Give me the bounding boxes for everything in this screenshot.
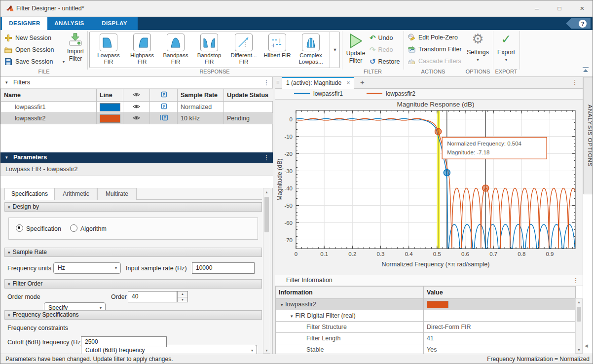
plot-tab-magnitude[interactable]: 1 (active): Magnitude × (282, 77, 354, 89)
stepper-up-icon[interactable]: ▲ (178, 291, 187, 297)
expand-icon[interactable]: ▾ (291, 314, 293, 319)
frequency-units-dropdown[interactable]: Hz▾ (53, 262, 121, 274)
frequency-specifications-section-header[interactable]: ▾Frequency Specifications (4, 310, 262, 320)
svg-text:0.5: 0.5 (433, 251, 441, 257)
stepper-down-icon[interactable]: ▼ (178, 297, 187, 303)
info-row-lowpassfir2[interactable]: ▾lowpassfir2 (276, 299, 576, 310)
settings-button[interactable]: Settings ▾ (463, 49, 493, 62)
parameters-menu-icon[interactable]: ⋮ (263, 154, 270, 161)
filter-row-lowpassfir1[interactable]: lowpassfir1 Normalized (1, 102, 273, 113)
sample-rate-section-header[interactable]: ▾Sample Rate (4, 248, 262, 257)
analysis-options-tab[interactable]: ANALYSIS OPTIONS (583, 77, 593, 194)
col-line[interactable]: Line (97, 89, 123, 102)
radio-icon[interactable] (70, 224, 77, 232)
parameters-tabbar: Specifications Arithmetic Multirate (4, 188, 262, 200)
col-information[interactable]: Information (276, 287, 424, 299)
help-icon[interactable]: ? (579, 20, 587, 28)
visibility-toggle[interactable] (123, 102, 150, 113)
bandpass-icon (167, 34, 185, 51)
collapse-ribbon-button[interactable] (582, 67, 591, 73)
collapse-panel-icon[interactable]: ◀ (585, 343, 588, 348)
cutoff-frequency-field[interactable]: 2500 (81, 336, 167, 347)
update-filter-button[interactable]: Update Filter (342, 50, 370, 65)
tab-designer[interactable]: DESIGNER (2, 17, 47, 30)
tab-display-options[interactable]: DISPLAY OPTIONS (91, 17, 138, 30)
filter-info-scrollbar[interactable]: ▲ ▼ (575, 298, 583, 354)
save-session-button[interactable]: Save Session ▾ (4, 58, 65, 66)
response-gallery: LowpassFIR HighpassFIR BandpassFIR Bands… (89, 32, 340, 68)
close-tab-icon[interactable]: × (346, 79, 350, 86)
help-badge[interactable]: ? (566, 18, 591, 29)
visibility-toggle[interactable] (123, 113, 150, 124)
gallery-item-bandpass-fir[interactable]: BandpassFIR (159, 34, 192, 66)
svg-text:0.3: 0.3 (377, 251, 385, 257)
bandstop-icon (200, 34, 218, 51)
scrollbar-thumb[interactable] (577, 307, 581, 322)
collapse-filters-icon[interactable]: ▾ (5, 80, 8, 85)
radio-icon[interactable] (16, 224, 23, 232)
transform-filter-button[interactable]: Transform Filter (408, 45, 462, 53)
close-button[interactable]: × (571, 0, 593, 16)
info-toggle[interactable] (150, 102, 178, 113)
minimize-button[interactable]: – (525, 0, 548, 16)
gallery-expand-button[interactable]: ▼ (330, 32, 340, 68)
gallery-item-differentiator-fir[interactable]: Different...FIR (226, 34, 261, 66)
legend-entry-lowpassfir2[interactable]: lowpassfir2 (367, 90, 415, 97)
info-row-filter-length[interactable]: Filter Length 41 (276, 333, 576, 344)
gallery-item-highpass-fir[interactable]: HighpassFIR (126, 34, 158, 66)
expand-icon[interactable]: ▾ (281, 302, 283, 307)
line-color-swatch[interactable] (100, 114, 120, 123)
scroll-down-icon[interactable]: ▼ (263, 347, 270, 354)
import-filter-button[interactable]: Import Filter (62, 48, 89, 63)
tab-analysis[interactable]: ANALYSIS (47, 17, 91, 30)
undo-button[interactable]: ↶Undo (370, 34, 393, 42)
col-value[interactable]: Value (424, 287, 576, 299)
filter-row-lowpassfir2[interactable]: lowpassfir2 10 kHz Pending (1, 113, 273, 124)
plot-menu-icon[interactable]: ⋮ (571, 78, 578, 86)
info-row-filter-structure[interactable]: Filter Structure Direct-Form FIR (276, 322, 576, 333)
gallery-item-hilbert-fir[interactable]: j-j Hilbert FIR (261, 34, 294, 66)
order-field[interactable]: 40 (128, 291, 177, 302)
new-session-button[interactable]: New Session (4, 34, 51, 42)
gallery-item-lowpass-fir[interactable]: LowpassFIR (92, 34, 125, 66)
filter-order-section-header[interactable]: ▾Filter Order (4, 279, 262, 289)
info-row-fir-digital-filter[interactable]: ▾FIR Digital Filter (real) (276, 310, 576, 322)
magnitude-response-chart[interactable]: 00.10.20.30.40.50.60.70.80.90-10-20-30-4… (275, 100, 583, 275)
legend-entry-lowpassfir1[interactable]: lowpassfir1 (294, 90, 343, 97)
col-name[interactable]: Name (1, 89, 97, 102)
radio-algorithm[interactable]: Algorithm (70, 224, 107, 232)
scroll-up-icon[interactable]: ▲ (576, 299, 582, 306)
input-sample-rate-field[interactable]: 10000 (192, 262, 255, 274)
tab-multirate[interactable]: Multirate (97, 188, 137, 200)
maximize-button[interactable]: □ (548, 0, 571, 16)
window-title: Filter Designer - untitled* (16, 5, 84, 12)
col-info-toggle[interactable] (150, 89, 178, 102)
filter-info-menu-icon[interactable]: ⋮ (572, 277, 579, 284)
collapse-parameters-icon[interactable]: ▾ (5, 155, 8, 160)
scrollbar-thumb[interactable] (264, 197, 269, 232)
add-plot-tab-button[interactable]: + (360, 78, 365, 86)
line-color-swatch[interactable] (100, 103, 120, 111)
export-button[interactable]: Export ▾ (493, 49, 519, 62)
open-session-button[interactable]: Open Session (4, 46, 54, 54)
transform-filter-icon (408, 45, 415, 53)
gallery-item-complex-lowpass[interactable]: ComplexLowpas... (295, 34, 327, 66)
col-visibility[interactable] (123, 89, 150, 102)
edit-pole-zero-button[interactable]: Edit Pole-Zero (408, 34, 458, 41)
parameters-scrollbar[interactable]: ▲ ▼ (263, 188, 270, 354)
col-sample-rate[interactable]: Sample Rate (178, 89, 224, 102)
gallery-item-bandstop-fir[interactable]: BandstopFIR (193, 34, 225, 66)
col-update-status[interactable]: Update Status (224, 89, 273, 102)
restore-button[interactable]: ↺Restore (370, 57, 400, 66)
svg-text:Magnitude Response (dB): Magnitude Response (dB) (397, 101, 475, 108)
filters-menu-icon[interactable]: ⋮ (263, 79, 270, 86)
scroll-up-icon[interactable]: ▲ (263, 188, 270, 196)
grip-icon[interactable]: ≡ (276, 79, 279, 85)
info-toggle-active[interactable] (150, 113, 178, 124)
radio-specification[interactable]: Specification (16, 224, 61, 232)
scroll-down-icon[interactable]: ▼ (576, 347, 582, 354)
order-stepper[interactable]: ▲ ▼ (177, 291, 188, 302)
design-by-section-header[interactable]: ▾Design by (4, 202, 262, 212)
tab-arithmetic[interactable]: Arithmetic (55, 188, 97, 200)
tab-specifications[interactable]: Specifications (4, 188, 55, 200)
